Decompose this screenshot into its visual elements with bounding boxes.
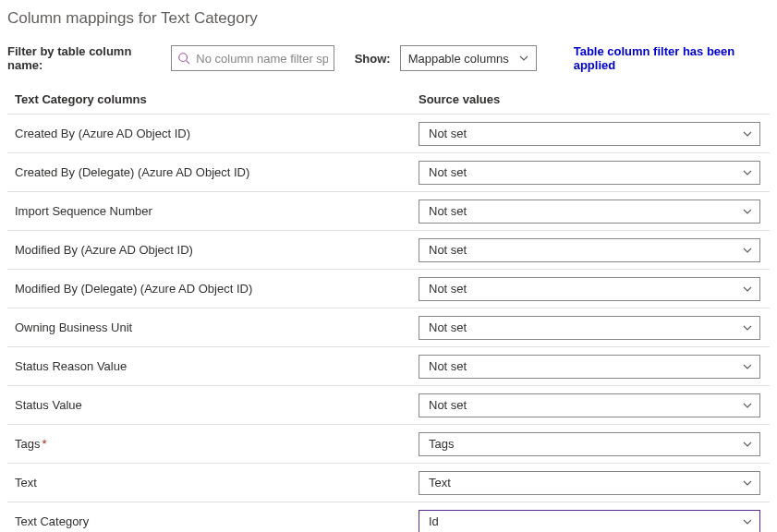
chevron-down-icon: [743, 401, 752, 410]
column-label: Status Reason Value: [7, 359, 419, 373]
source-value-text: Not set: [429, 243, 467, 257]
source-value-dropdown[interactable]: Id: [419, 510, 760, 533]
source-value-dropdown[interactable]: Not set: [419, 277, 760, 301]
table-row: Modified By (Azure AD Object ID)Not set: [7, 231, 770, 270]
chevron-down-icon: [743, 440, 752, 449]
source-value-dropdown[interactable]: Not set: [419, 122, 760, 146]
table-row: Text CategoryId: [7, 502, 770, 532]
table-row: Status Reason ValueNot set: [7, 347, 770, 386]
table-row: Modified By (Delegate) (Azure AD Object …: [7, 270, 770, 308]
source-value-dropdown[interactable]: Not set: [419, 393, 760, 417]
chevron-down-icon: [743, 362, 752, 371]
column-label: Modified By (Delegate) (Azure AD Object …: [7, 282, 419, 296]
filter-input[interactable]: [196, 52, 327, 66]
chevron-down-icon: [743, 246, 752, 255]
column-label: Owning Business Unit: [7, 320, 419, 334]
chevron-down-icon: [743, 129, 752, 139]
source-value-text: Tags: [429, 437, 454, 451]
table-row: Tags*Tags: [7, 425, 770, 464]
column-label: Import Sequence Number: [7, 204, 419, 218]
column-label: Text Category: [7, 514, 419, 528]
source-value-dropdown[interactable]: Text: [419, 471, 760, 495]
source-value-dropdown[interactable]: Not set: [419, 355, 760, 379]
required-indicator: *: [42, 437, 46, 451]
chevron-down-icon: [743, 517, 752, 526]
source-value-dropdown[interactable]: Not set: [419, 316, 760, 340]
source-value-text: Not set: [429, 204, 467, 218]
table-row: Created By (Delegate) (Azure AD Object I…: [7, 153, 770, 192]
source-value-dropdown[interactable]: Not set: [419, 238, 760, 262]
column-label: Text: [7, 476, 419, 490]
search-icon: [177, 52, 190, 65]
header-columns: Text Category columns: [7, 92, 419, 106]
column-label: Tags*: [7, 437, 419, 451]
show-dropdown-value: Mappable columns: [408, 52, 509, 66]
source-value-text: Not set: [429, 282, 467, 296]
column-label: Created By (Azure AD Object ID): [7, 127, 419, 140]
source-value-dropdown[interactable]: Not set: [419, 161, 760, 185]
chevron-down-icon: [519, 54, 528, 63]
svg-line-1: [187, 61, 190, 65]
source-value-text: Not set: [429, 165, 467, 179]
chevron-down-icon: [743, 284, 752, 294]
svg-point-0: [179, 54, 188, 62]
filter-bar: Filter by table column name: Show: Mappa…: [7, 44, 770, 72]
source-value-text: Id: [429, 514, 439, 528]
column-label: Status Value: [7, 398, 419, 412]
source-value-text: Not set: [429, 320, 467, 334]
column-label: Created By (Delegate) (Azure AD Object I…: [7, 165, 419, 179]
table-row: Status ValueNot set: [7, 386, 770, 425]
source-value-text: Text: [429, 476, 451, 490]
source-value-text: Not set: [429, 398, 467, 412]
source-value-dropdown[interactable]: Tags: [419, 432, 760, 456]
page-title: Column mappings for Text Category: [7, 9, 770, 28]
chevron-down-icon: [743, 207, 752, 216]
chevron-down-icon: [743, 478, 752, 488]
filter-applied-message: Table column filter has been applied: [574, 44, 770, 72]
table-row: Owning Business UnitNot set: [7, 308, 770, 347]
column-label: Modified By (Azure AD Object ID): [7, 243, 419, 257]
mapping-table: Text Category columns Source values Crea…: [7, 92, 770, 532]
source-value-dropdown[interactable]: Not set: [419, 200, 760, 224]
source-value-text: Not set: [429, 359, 467, 373]
filter-label: Filter by table column name:: [7, 44, 162, 72]
source-value-text: Not set: [429, 127, 467, 140]
table-row: TextText: [7, 464, 770, 502]
chevron-down-icon: [743, 168, 752, 177]
show-label: Show:: [355, 52, 391, 66]
show-dropdown[interactable]: Mappable columns: [400, 45, 537, 71]
table-row: Created By (Azure AD Object ID)Not set: [7, 115, 770, 153]
chevron-down-icon: [743, 323, 752, 332]
header-source: Source values: [419, 92, 770, 106]
filter-search-box[interactable]: [171, 45, 334, 71]
table-row: Import Sequence NumberNot set: [7, 192, 770, 231]
table-header: Text Category columns Source values: [7, 92, 770, 115]
